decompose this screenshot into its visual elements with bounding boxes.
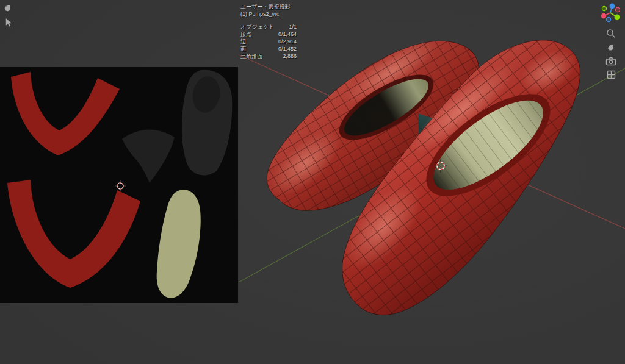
uv-island-heel xyxy=(122,130,175,183)
cursor-2d xyxy=(115,180,126,191)
stat-row-triangles: 三角形面 2,886 xyxy=(240,52,297,60)
uv-canvas xyxy=(0,67,238,303)
uv-editor-tools xyxy=(4,4,13,27)
viewport-overlay-stats: ユーザー・透視投影 (1) Pumps2_vrc オブジェクト 1/1 頂点 0… xyxy=(240,3,297,60)
camera-view-icon[interactable] xyxy=(605,57,616,66)
navigation-axis-gizmo[interactable] xyxy=(599,1,623,24)
uv-island-collar-top xyxy=(11,72,120,155)
hand-tool-icon[interactable] xyxy=(4,4,13,13)
gizmo-z-neg[interactable] xyxy=(606,17,610,21)
cursor-tool-icon[interactable] xyxy=(4,18,12,27)
view-name-label: ユーザー・透視投影 xyxy=(240,3,297,10)
viewport-nav-tools xyxy=(599,1,623,79)
pan-hand-icon[interactable] xyxy=(606,43,616,52)
stat-row-faces: 面 0/1,452 xyxy=(240,45,297,52)
uv-editor[interactable] xyxy=(0,67,238,303)
uv-island-sole xyxy=(157,190,201,298)
ortho-grid-icon[interactable] xyxy=(607,70,616,79)
gizmo-x-axis[interactable] xyxy=(601,13,607,19)
active-object-label: (1) Pumps2_vrc xyxy=(240,10,297,18)
gizmo-x-neg[interactable] xyxy=(615,7,620,12)
blender-window: ユーザー・透視投影 (1) Pumps2_vrc オブジェクト 1/1 頂点 0… xyxy=(0,0,625,364)
uv-island-collar-bottom xyxy=(7,180,140,288)
stat-row-objects: オブジェクト 1/1 xyxy=(240,23,297,30)
scene-statistics: オブジェクト 1/1 頂点 0/1,464 辺 0/2,914 面 0/1,45… xyxy=(240,23,297,60)
zoom-icon[interactable] xyxy=(606,29,616,38)
stat-row-edges: 辺 0/2,914 xyxy=(240,38,297,45)
gizmo-z-axis[interactable] xyxy=(610,4,615,9)
gizmo-y-axis[interactable] xyxy=(615,15,620,20)
stat-row-vertices: 頂点 0/1,464 xyxy=(240,30,297,38)
gizmo-y-neg[interactable] xyxy=(602,6,606,10)
